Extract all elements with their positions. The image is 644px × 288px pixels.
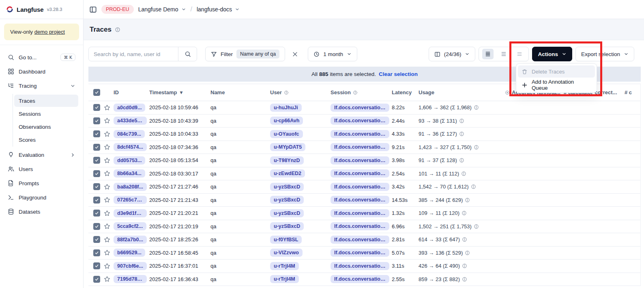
user-badge[interactable]: u-MYpDAT5 bbox=[270, 143, 305, 151]
trace-id-badge[interactable]: 88f2a7b0... bbox=[114, 236, 147, 244]
project-switcher[interactable]: langfuse-docs bbox=[197, 6, 240, 13]
trace-id-badge[interactable]: 8b66a34... bbox=[114, 169, 145, 178]
row-checkbox[interactable] bbox=[93, 183, 100, 190]
trace-id-badge[interactable]: 8dcf4574... bbox=[114, 143, 147, 151]
star-icon[interactable] bbox=[104, 249, 110, 256]
sidebar-item-users[interactable]: Users bbox=[5, 163, 78, 175]
star-icon[interactable] bbox=[104, 104, 110, 111]
trace-id-badge[interactable]: a433de51... bbox=[114, 117, 147, 125]
info-icon[interactable] bbox=[474, 105, 479, 110]
menu-item-add-to-annotation-queue[interactable]: Add to Annotation Queue bbox=[518, 79, 595, 91]
header-timestamp[interactable]: Timestamp▼ bbox=[149, 89, 210, 95]
actions-button[interactable]: Actions bbox=[532, 47, 572, 61]
session-badge[interactable]: lf.docs.conversation... bbox=[331, 117, 389, 125]
sidebar-item-sessions[interactable]: Sessions bbox=[14, 108, 78, 120]
header-usage[interactable]: Usage bbox=[419, 89, 505, 95]
info-icon[interactable] bbox=[474, 145, 479, 150]
session-badge[interactable]: lf.docs.conversation... bbox=[331, 183, 389, 191]
header-score-more[interactable]: # c bbox=[625, 89, 640, 95]
user-badge[interactable]: u-rTrjI4M bbox=[270, 275, 299, 283]
info-icon[interactable] bbox=[461, 171, 466, 176]
table-row[interactable]: 88f2a7b0... 2025-02-17 18:25:26 qa u-f0Y… bbox=[88, 233, 640, 247]
table-row[interactable]: d3e9d1f2... 2025-02-17 21:20:21 qa u-yzS… bbox=[88, 207, 640, 220]
sidebar-item-playground[interactable]: Playground bbox=[5, 191, 78, 204]
session-badge[interactable]: lf.docs.conversation... bbox=[331, 130, 389, 138]
row-checkbox[interactable] bbox=[93, 276, 100, 283]
row-checkbox[interactable] bbox=[93, 104, 100, 111]
session-badge[interactable]: lf.docs.conversation... bbox=[331, 249, 389, 257]
row-checkbox[interactable] bbox=[93, 262, 100, 269]
session-badge[interactable]: lf.docs.conversation... bbox=[331, 196, 389, 204]
row-checkbox[interactable] bbox=[93, 157, 100, 164]
star-icon[interactable] bbox=[104, 117, 110, 124]
trace-id-badge[interactable]: 907cbf6e... bbox=[114, 262, 147, 270]
session-badge[interactable]: lf.docs.conversation... bbox=[331, 143, 389, 151]
info-icon[interactable] bbox=[459, 158, 464, 163]
user-badge[interactable]: u-yzSBxcD bbox=[270, 209, 304, 217]
sidebar-item-dashboard[interactable]: Dashboard bbox=[5, 65, 78, 78]
session-badge[interactable]: lf.docs.conversation... bbox=[331, 104, 389, 112]
trace-id-badge[interactable]: a0cd0d9... bbox=[114, 104, 145, 112]
info-icon[interactable] bbox=[459, 131, 464, 136]
table-row[interactable]: 7195d78e... 2025-02-17 16:36:43 qa u-rTr… bbox=[88, 273, 640, 286]
sidebar-item-observations[interactable]: Observations bbox=[14, 121, 78, 133]
goto-search[interactable]: Go to... ⌘ K bbox=[5, 51, 78, 63]
table-row[interactable]: a0cd0d9... 2025-02-18 10:59:46 qa u-huJh… bbox=[88, 101, 640, 115]
row-checkbox[interactable] bbox=[93, 197, 100, 204]
info-icon[interactable] bbox=[459, 118, 464, 123]
star-icon[interactable] bbox=[104, 236, 110, 243]
info-icon[interactable] bbox=[474, 224, 479, 229]
star-icon[interactable] bbox=[104, 144, 110, 150]
session-badge[interactable]: lf.docs.conversation... bbox=[331, 209, 389, 217]
table-row[interactable]: 084c739... 2025-02-18 10:04:33 qa u-OYau… bbox=[88, 128, 640, 141]
row-checkbox[interactable] bbox=[93, 144, 100, 151]
row-checkbox[interactable] bbox=[93, 117, 100, 124]
clear-filter-button[interactable] bbox=[288, 48, 301, 61]
time-range-button[interactable]: 1 month bbox=[308, 47, 357, 61]
header-user[interactable]: User bbox=[270, 89, 331, 95]
star-icon[interactable] bbox=[104, 210, 110, 217]
row-checkbox[interactable] bbox=[93, 249, 100, 256]
trace-id-badge[interactable]: dd05753... bbox=[114, 156, 145, 165]
org-switcher[interactable]: Langfuse Demo bbox=[138, 6, 186, 13]
header-name[interactable]: Name bbox=[210, 89, 270, 95]
info-icon[interactable] bbox=[462, 210, 467, 216]
info-icon[interactable] bbox=[462, 237, 467, 242]
columns-button[interactable]: (24/36) bbox=[429, 47, 476, 61]
user-badge[interactable]: u-rTrjI4M bbox=[270, 262, 299, 270]
info-icon[interactable] bbox=[462, 277, 467, 282]
row-checkbox[interactable] bbox=[93, 236, 100, 243]
sidebar-toggle-icon[interactable] bbox=[89, 6, 97, 13]
row-height-small-icon[interactable] bbox=[482, 49, 494, 59]
user-badge[interactable]: u-T98YnzD bbox=[270, 156, 304, 165]
table-row[interactable]: 8b66a34... 2025-02-18 03:30:17 qa u-zEwd… bbox=[88, 167, 640, 181]
table-row[interactable]: b669529... 2025-02-17 16:58:45 qa u-VIZz… bbox=[88, 247, 640, 260]
row-checkbox[interactable] bbox=[93, 223, 100, 230]
info-icon[interactable] bbox=[465, 197, 470, 203]
star-icon[interactable] bbox=[104, 223, 110, 230]
row-checkbox[interactable] bbox=[93, 210, 100, 217]
row-height-large-icon[interactable] bbox=[514, 49, 525, 59]
user-badge[interactable]: u-yzSBxcD bbox=[270, 222, 304, 230]
user-badge[interactable]: u-yzSBxcD bbox=[270, 196, 304, 204]
export-selection-button[interactable]: Export selection bbox=[575, 47, 634, 61]
trace-id-badge[interactable]: 7195d78e... bbox=[114, 275, 147, 283]
sidebar-item-scores[interactable]: Scores bbox=[14, 134, 78, 146]
user-badge[interactable]: u-cp66Avh bbox=[270, 117, 303, 125]
sidebar-item-traces[interactable]: Traces bbox=[14, 95, 78, 107]
header-latency[interactable]: Latency bbox=[392, 89, 419, 95]
info-icon[interactable] bbox=[462, 263, 467, 269]
star-icon[interactable] bbox=[104, 184, 110, 190]
header-id[interactable]: ID bbox=[114, 89, 149, 95]
sidebar-item-prompts[interactable]: Prompts bbox=[5, 177, 78, 189]
session-badge[interactable]: lf.docs.conversation... bbox=[331, 262, 389, 270]
user-badge[interactable]: u-zEwdED2 bbox=[270, 169, 305, 178]
trace-id-badge[interactable]: 5cca9cf2... bbox=[114, 222, 146, 230]
filter-button[interactable]: Filter Name any of qa bbox=[205, 47, 285, 61]
info-icon[interactable] bbox=[471, 184, 476, 189]
trace-id-badge[interactable]: b669529... bbox=[114, 249, 145, 257]
table-row[interactable]: 907cbf6e... 2025-02-17 16:37:01 qa u-rTr… bbox=[88, 260, 640, 273]
star-icon[interactable] bbox=[104, 131, 110, 137]
session-badge[interactable]: lf.docs.conversation... bbox=[331, 169, 389, 178]
trace-id-badge[interactable]: 07265c7a... bbox=[114, 196, 147, 204]
